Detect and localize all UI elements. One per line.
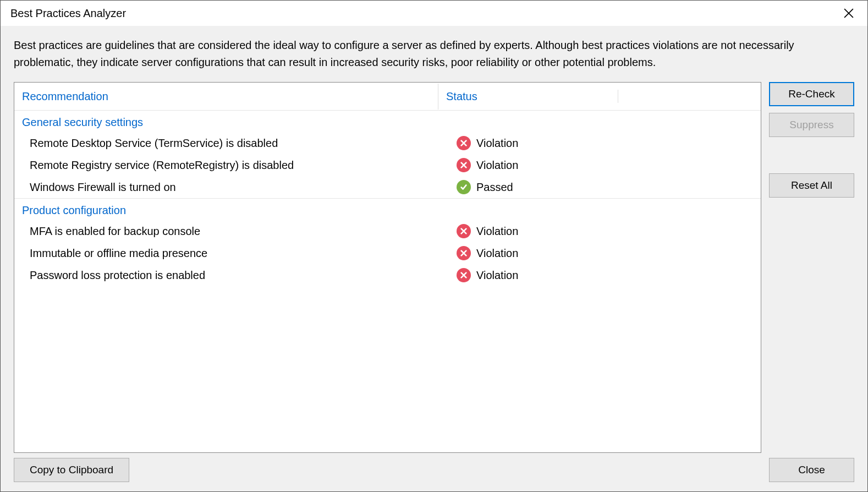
violation-icon bbox=[457, 246, 471, 260]
status-cell: Passed bbox=[446, 180, 761, 194]
table-header: Recommendation Status bbox=[14, 83, 761, 110]
group-header: Product configuration bbox=[14, 198, 761, 220]
dialog-window: Best Practices Analyzer Best practices a… bbox=[0, 0, 868, 492]
violation-icon bbox=[457, 224, 471, 238]
violation-icon bbox=[457, 268, 471, 282]
column-status[interactable]: Status bbox=[438, 84, 618, 110]
description-text: Best practices are guidelines that are c… bbox=[1, 26, 867, 75]
copy-to-clipboard-button[interactable]: Copy to Clipboard bbox=[14, 458, 129, 482]
status-cell: Violation bbox=[446, 246, 761, 260]
window-title: Best Practices Analyzer bbox=[10, 7, 126, 20]
recommendation-text: Remote Registry service (RemoteRegistry)… bbox=[30, 159, 446, 172]
recommendations-table: Recommendation Status General security s… bbox=[14, 82, 761, 453]
table-row[interactable]: Remote Desktop Service (TermService) is … bbox=[14, 132, 761, 154]
dialog-body: Recommendation Status General security s… bbox=[1, 75, 867, 453]
dialog-footer: Copy to Clipboard Close bbox=[1, 453, 867, 491]
table-row[interactable]: Immutable or offline media presence Viol… bbox=[14, 242, 761, 264]
recommendation-text: Remote Desktop Service (TermService) is … bbox=[30, 137, 446, 150]
titlebar: Best Practices Analyzer bbox=[1, 1, 867, 26]
status-text: Violation bbox=[476, 247, 518, 260]
column-recommendation[interactable]: Recommendation bbox=[14, 84, 438, 110]
recheck-button[interactable]: Re-Check bbox=[769, 82, 854, 106]
recommendation-text: Password loss protection is enabled bbox=[30, 269, 446, 282]
table-row[interactable]: Remote Registry service (RemoteRegistry)… bbox=[14, 154, 761, 176]
status-text: Violation bbox=[476, 269, 518, 282]
close-button[interactable]: Close bbox=[769, 458, 854, 482]
status-cell: Violation bbox=[446, 224, 761, 238]
spacer bbox=[769, 144, 854, 167]
close-icon[interactable] bbox=[837, 1, 861, 25]
table-row[interactable]: MFA is enabled for backup console Violat… bbox=[14, 220, 761, 242]
reset-all-button[interactable]: Reset All bbox=[769, 173, 854, 198]
status-cell: Violation bbox=[446, 158, 761, 172]
passed-icon bbox=[457, 180, 471, 194]
status-text: Passed bbox=[476, 181, 513, 194]
status-text: Violation bbox=[476, 137, 518, 150]
status-text: Violation bbox=[476, 159, 518, 172]
recommendation-text: Windows Firewall is turned on bbox=[30, 181, 446, 194]
suppress-button: Suppress bbox=[769, 113, 854, 137]
status-cell: Violation bbox=[446, 136, 761, 150]
status-text: Violation bbox=[476, 225, 518, 238]
column-extra bbox=[618, 90, 761, 103]
recommendation-text: MFA is enabled for backup console bbox=[30, 225, 446, 238]
violation-icon bbox=[457, 158, 471, 172]
recommendation-text: Immutable or offline media presence bbox=[30, 247, 446, 260]
group-header: General security settings bbox=[14, 110, 761, 132]
violation-icon bbox=[457, 136, 471, 150]
status-cell: Violation bbox=[446, 268, 761, 282]
action-sidebar: Re-Check Suppress Reset All bbox=[769, 82, 854, 453]
table-row[interactable]: Windows Firewall is turned on Passed bbox=[14, 176, 761, 198]
table-row[interactable]: Password loss protection is enabled Viol… bbox=[14, 264, 761, 286]
